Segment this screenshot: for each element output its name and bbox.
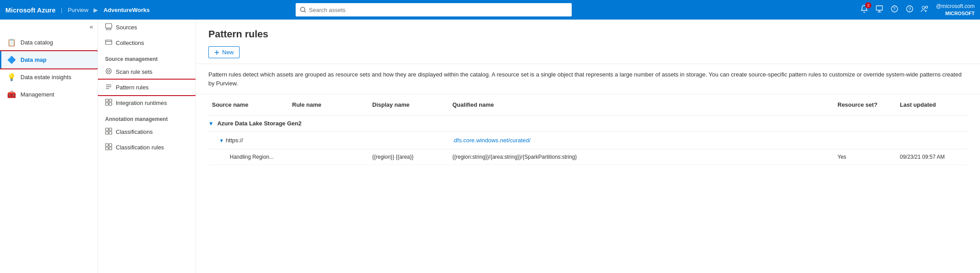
data-catalog-icon: 📋 xyxy=(7,38,16,47)
sidebar-label-management: Management xyxy=(20,91,54,98)
source-last-updated xyxy=(896,139,968,142)
monitor-icon[interactable] xyxy=(875,5,883,15)
svg-point-15 xyxy=(106,68,111,74)
svg-text:?: ? xyxy=(908,6,911,12)
svg-point-10 xyxy=(926,6,928,8)
content-header: Pattern rules New xyxy=(196,20,980,64)
account-org: MICROSOFT xyxy=(936,10,975,16)
search-input[interactable] xyxy=(309,7,567,13)
subnav-item-collections[interactable]: Collections xyxy=(98,35,195,51)
management-icon: 🧰 xyxy=(7,90,16,99)
table-area: Source name Rule name Display name Quali… xyxy=(196,94,980,165)
subnav-item-integration-runtimes[interactable]: Integration runtimes xyxy=(98,95,195,111)
table-header: Source name Rule name Display name Quali… xyxy=(208,94,968,116)
col-display-name: Display name xyxy=(369,99,449,111)
search-bar[interactable] xyxy=(296,3,572,16)
search-icon xyxy=(300,7,306,13)
group-chevron-icon: ▼ xyxy=(208,120,214,127)
subnav-item-classification-rules[interactable]: Classification rules xyxy=(98,140,195,155)
svg-rect-30 xyxy=(106,147,108,150)
svg-text:?: ? xyxy=(893,7,896,12)
scan-rule-sets-icon xyxy=(105,68,112,76)
data-map-icon: 🔷 xyxy=(7,56,16,64)
row-display-name: {{region}} {{area}} xyxy=(369,152,449,162)
svg-rect-29 xyxy=(109,144,112,146)
svg-rect-22 xyxy=(106,103,108,105)
svg-rect-12 xyxy=(106,28,111,30)
source-qualified-link[interactable]: .dfs.core.windows.net/curated/ xyxy=(449,135,834,145)
sidebar-item-data-catalog[interactable]: 📋 Data catalog xyxy=(0,34,98,51)
source-display-name xyxy=(369,139,449,142)
col-rule-name: Rule name xyxy=(289,99,369,111)
sidebar-label-data-map: Data map xyxy=(20,56,47,63)
purview-label: Purview xyxy=(68,7,88,13)
topbar-right: 2 ? ? @microsoft.com MICROSOFT xyxy=(860,3,975,16)
subnav-item-scan-rule-sets[interactable]: Scan rule sets xyxy=(98,64,195,80)
subnav-label-collections: Collections xyxy=(116,40,144,46)
sidebar-item-data-map[interactable]: 🔷 Data map xyxy=(0,51,98,68)
svg-point-9 xyxy=(922,6,925,9)
svg-rect-31 xyxy=(109,147,112,150)
svg-rect-21 xyxy=(109,99,112,102)
svg-point-16 xyxy=(108,70,110,72)
svg-rect-27 xyxy=(109,132,112,134)
page-title: Pattern rules xyxy=(208,28,968,40)
subnav-item-classifications[interactable]: Classifications xyxy=(98,124,195,140)
pattern-rules-icon xyxy=(105,83,112,92)
row-source-name: Handling Region... xyxy=(208,152,289,162)
source-cell-indent: ▼ https:// xyxy=(208,135,289,145)
classifications-icon xyxy=(105,128,112,136)
new-button-label: New xyxy=(222,49,234,56)
source-url[interactable]: https:// xyxy=(226,137,243,144)
source-resource-set xyxy=(834,139,896,142)
sidebar-label-data-estate: Data estate insights xyxy=(20,74,71,80)
table-row: Handling Region... {{region}} {{area}} {… xyxy=(208,149,968,165)
new-button[interactable]: New xyxy=(208,46,240,58)
sidebar: « 📋 Data catalog 🔷 Data map 💡 Data estat… xyxy=(0,20,98,273)
bell-icon[interactable]: ? xyxy=(891,5,899,15)
svg-rect-2 xyxy=(876,6,882,10)
col-last-updated: Last updated xyxy=(896,99,968,111)
source-rule-name xyxy=(289,139,369,142)
row-resource-set: Yes xyxy=(834,152,896,162)
users-icon[interactable] xyxy=(921,5,929,15)
table-source-row: ▼ https:// .dfs.core.windows.net/curated… xyxy=(208,132,968,149)
section-label-annotation-management: Annotation management xyxy=(98,111,195,124)
subnav-label-scan-rule-sets: Scan rule sets xyxy=(116,68,152,75)
topbar: Microsoft Azure | Purview ▶ AdventureWor… xyxy=(0,0,980,20)
data-estate-icon: 💡 xyxy=(7,73,16,81)
subnav-label-sources: Sources xyxy=(116,24,137,31)
subnav-item-pattern-rules[interactable]: Pattern rules xyxy=(98,80,195,95)
plus-icon xyxy=(214,50,220,55)
brand-separator: | xyxy=(61,7,62,13)
sidebar-label-data-catalog: Data catalog xyxy=(20,39,53,46)
account-info[interactable]: @microsoft.com MICROSOFT xyxy=(936,3,975,16)
col-resource-set: Resource set? xyxy=(834,99,896,111)
row-rule-name xyxy=(289,155,369,159)
page-description: Pattern rules detect which assets are gr… xyxy=(196,64,980,94)
subnav-label-classification-rules: Classification rules xyxy=(116,144,164,151)
app-layout: « 📋 Data catalog 🔷 Data map 💡 Data estat… xyxy=(0,20,980,273)
svg-rect-13 xyxy=(106,40,112,44)
brand-label: Microsoft Azure xyxy=(5,6,56,14)
sidebar-item-management[interactable]: 🧰 Management xyxy=(0,86,98,103)
sidebar-item-data-estate-insights[interactable]: 💡 Data estate insights xyxy=(0,68,98,86)
workspace-label: AdventureWorks xyxy=(103,7,150,13)
help-icon[interactable]: ? xyxy=(906,5,914,15)
main-content: Pattern rules New Pattern rules detect w… xyxy=(196,20,980,273)
subnav: Sources Collections Source management Sc… xyxy=(98,20,196,273)
account-email: @microsoft.com xyxy=(936,3,975,10)
nav-arrow: ▶ xyxy=(94,7,98,13)
notifications-icon[interactable]: 2 xyxy=(860,5,868,15)
sources-icon xyxy=(105,23,112,32)
integration-runtimes-icon xyxy=(105,99,112,107)
sidebar-collapse-button[interactable]: « xyxy=(0,20,98,34)
section-label-source-management: Source management xyxy=(98,51,195,64)
subnav-item-sources[interactable]: Sources xyxy=(98,20,195,35)
svg-point-0 xyxy=(301,7,305,12)
group-label-adls: Azure Data Lake Storage Gen2 xyxy=(217,120,301,127)
svg-rect-25 xyxy=(109,128,112,131)
collections-icon xyxy=(105,39,112,47)
table-group-adls[interactable]: ▼ Azure Data Lake Storage Gen2 xyxy=(208,116,968,132)
source-chevron-icon[interactable]: ▼ xyxy=(219,138,224,143)
